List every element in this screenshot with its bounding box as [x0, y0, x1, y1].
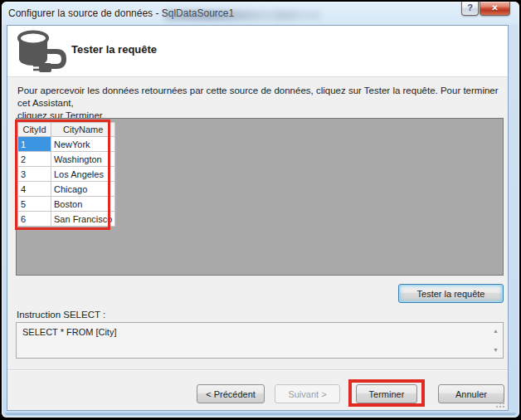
- grid-row: 2 Washington: [18, 152, 115, 167]
- grid-row: 4 Chicago: [18, 182, 115, 197]
- help-icon: ?: [467, 2, 473, 12]
- grid-cell[interactable]: NewYork: [51, 137, 115, 152]
- grid-header-row: CityId CityName: [18, 123, 115, 137]
- database-plug-icon: [14, 30, 67, 75]
- grid-cell[interactable]: 5: [18, 197, 51, 212]
- instruction-line-1: Pour apercevoir les données retournées p…: [17, 85, 508, 110]
- resize-grip-icon[interactable]: [496, 399, 505, 408]
- grid-row: 6 San Francisco: [18, 212, 115, 227]
- dialog-window: Configurer la source de données - SqlDat…: [2, 2, 519, 418]
- select-statement-text: SELECT * FROM [City]: [22, 327, 116, 337]
- grid-column-cityid[interactable]: CityId: [18, 123, 51, 137]
- close-icon: ✕: [491, 3, 498, 12]
- help-button[interactable]: ?: [461, 2, 479, 16]
- titlebar: Configurer la source de données - SqlDat…: [2, 2, 519, 25]
- previous-button[interactable]: < Précédent: [197, 384, 265, 403]
- close-button[interactable]: ✕: [480, 2, 510, 16]
- results-grid: CityId CityName 1 NewYork 2 Washington 3: [17, 122, 115, 227]
- grid-cell[interactable]: 2: [18, 152, 51, 167]
- grid-cell[interactable]: Los Angeles: [51, 167, 115, 182]
- grid-cell-selected[interactable]: 1: [18, 137, 51, 152]
- grid-cell[interactable]: Chicago: [51, 182, 115, 197]
- redacted-watermark-2: [275, 11, 321, 20]
- scroll-down-icon[interactable]: ▼: [493, 347, 499, 353]
- grid-cell[interactable]: 3: [18, 167, 51, 182]
- footer-separator: [7, 369, 508, 371]
- scroll-up-icon[interactable]: ▲: [493, 328, 499, 334]
- grid-row: 3 Los Angeles: [18, 167, 115, 182]
- grid-row: 1 NewYork: [18, 137, 115, 152]
- grid-cell[interactable]: 6: [18, 212, 51, 227]
- grid-cell[interactable]: Washington: [51, 152, 115, 167]
- select-statement-label: Instruction SELECT :: [17, 310, 105, 320]
- test-query-button[interactable]: Tester la requête: [398, 284, 504, 303]
- grid-cell[interactable]: Boston: [51, 197, 115, 212]
- next-button[interactable]: Suivant >: [275, 384, 340, 403]
- grid-cell[interactable]: 4: [18, 182, 51, 197]
- grid-row: 5 Boston: [18, 197, 115, 212]
- dialog-body: Tester la requête Pour apercevoir les do…: [7, 25, 509, 411]
- grid-cell[interactable]: San Francisco: [51, 212, 115, 227]
- page-title: Tester la requête: [71, 43, 157, 56]
- select-statement-box[interactable]: SELECT * FROM [City] ▲ ▼: [16, 322, 504, 359]
- wizard-header: Tester la requête: [7, 26, 508, 77]
- grid-column-cityname[interactable]: CityName: [51, 123, 115, 137]
- instruction-text: Pour apercevoir les données retournées p…: [17, 85, 508, 122]
- cancel-button[interactable]: Annuler: [438, 384, 504, 403]
- screenshot-frame: Configurer la source de données - SqlDat…: [0, 0, 521, 420]
- finish-button[interactable]: Terminer: [356, 384, 417, 403]
